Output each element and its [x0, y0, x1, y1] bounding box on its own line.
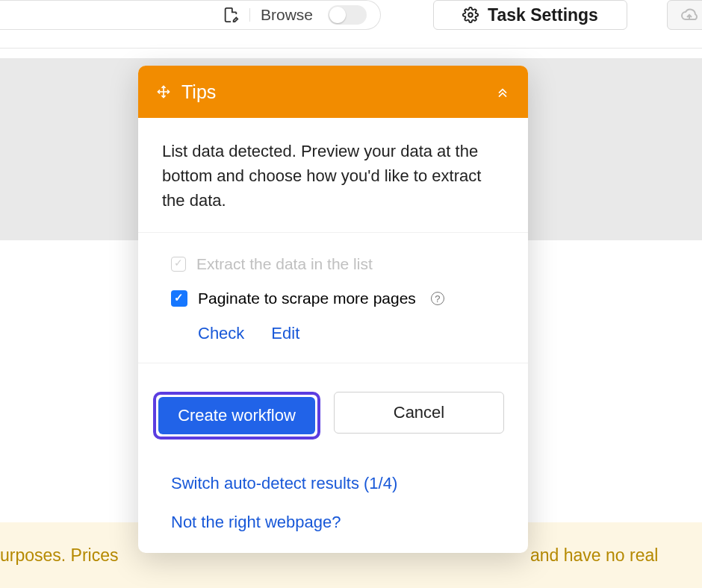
option-extract-list: Extract the data in the list — [171, 255, 504, 273]
checkbox-checked-icon[interactable] — [171, 290, 187, 307]
check-link[interactable]: Check — [198, 324, 244, 343]
toggle-knob — [329, 7, 346, 23]
edit-link[interactable]: Edit — [271, 324, 299, 343]
paginate-sub-links: Check Edit — [198, 324, 504, 343]
top-toolbar: Browse Task Settings — [0, 0, 702, 49]
browse-label: Browse — [261, 6, 313, 24]
create-workflow-button[interactable]: Create workflow — [158, 397, 315, 434]
tips-actions: Create workflow Cancel Switch auto-detec… — [138, 363, 528, 553]
tips-popover: Tips List data detected. Preview your da… — [138, 66, 528, 553]
help-icon[interactable]: ? — [431, 292, 444, 305]
checkbox-disabled-icon — [171, 257, 186, 272]
option-extract-label: Extract the data in the list — [196, 255, 373, 273]
task-settings-button[interactable]: Task Settings — [433, 0, 627, 30]
option-paginate-label: Paginate to scrape more pages — [198, 290, 416, 307]
create-workflow-highlight: Create workflow — [153, 392, 320, 440]
collapse-icon[interactable] — [495, 84, 510, 99]
option-paginate[interactable]: Paginate to scrape more pages ? — [171, 290, 504, 307]
tips-options: Extract the data in the list Paginate to… — [138, 233, 528, 363]
cloud-upload-icon — [680, 6, 698, 24]
document-edit-icon[interactable] — [223, 7, 239, 23]
tips-title: Tips — [181, 81, 216, 103]
gear-icon — [462, 7, 479, 23]
banner-text-right: and have no real — [530, 545, 658, 566]
not-right-webpage-link[interactable]: Not the right webpage? — [171, 513, 513, 532]
url-pill: Browse — [0, 0, 381, 30]
move-icon — [156, 84, 171, 99]
browse-toggle[interactable] — [328, 5, 367, 25]
cloud-upload-button[interactable] — [667, 0, 702, 30]
banner-text-left: urposes. Prices — [0, 545, 119, 566]
tips-header[interactable]: Tips — [138, 66, 528, 118]
tips-body-text: List data detected. Preview your data at… — [138, 118, 528, 233]
separator — [249, 8, 250, 22]
switch-results-link[interactable]: Switch auto-detect results (1/4) — [171, 474, 513, 493]
extra-links: Switch auto-detect results (1/4) Not the… — [171, 474, 513, 532]
svg-point-0 — [468, 13, 473, 17]
task-settings-label: Task Settings — [488, 5, 598, 25]
cancel-button[interactable]: Cancel — [334, 392, 504, 434]
